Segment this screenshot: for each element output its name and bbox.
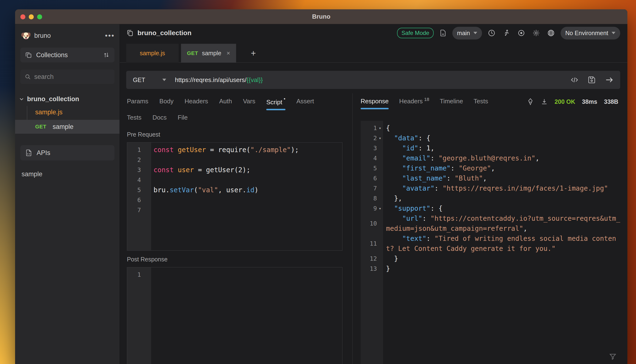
sidebar-item-collection-root[interactable]: bruno_collection [19,94,79,104]
url-bar: GET https://reqres.in/api/users/{{val}} [126,71,620,89]
clock-icon[interactable] [488,29,495,37]
sample-label: sample [22,170,42,178]
tab-tests-response[interactable]: Tests [474,98,488,106]
request-tabs-row1: Params Body Headers Auth Vars Script• As… [127,98,314,108]
zoom-window-button[interactable] [37,14,42,19]
code-line: 7 "avatar": "https://reqres.in/img/faces… [361,184,623,194]
globe-icon[interactable] [547,29,555,37]
tab-method-badge: GET [187,50,198,56]
method-badge: GET [35,124,47,130]
unsaved-dot: • [284,96,285,102]
chevron-down-icon[interactable] [162,79,166,81]
tab-response-headers[interactable]: Headers18 [399,98,429,106]
sidebar-item-sample[interactable]: sample [22,170,42,178]
new-tab-button[interactable]: + [246,44,261,63]
request-pane: Params Body Headers Auth Vars Script• As… [120,93,353,364]
tab-docs[interactable]: Docs [152,114,167,123]
status-badge: 200 OK [555,98,575,105]
tab-params[interactable]: Params [127,98,148,106]
workspace-name[interactable]: bruno [34,32,51,40]
response-size: 338B [604,98,618,105]
response-body-editor[interactable]: 1▾{2▾ "data": {3 "id": 1,4 "email": "geo… [361,121,623,364]
url-variable: {{val}} [247,76,263,84]
code-line: 9▾ "support": { [361,204,623,214]
code-line: 10 "url": "https://contentcaddy.io?utm_s… [361,214,623,234]
apis-label: APIs [37,149,50,157]
tab-script-label: Script [266,98,282,106]
url-input[interactable]: https://reqres.in/api/users/{{val}} [175,76,263,84]
tab-headers[interactable]: Headers [185,98,208,106]
sidebar-item-request-sample[interactable]: GET sample [15,120,119,134]
file-item-label: sample.js [35,108,63,116]
code-line: 12 } [361,254,623,264]
tab-assert[interactable]: Assert [296,98,314,106]
tab-response[interactable]: Response [361,98,389,106]
code-line: 5bru.setVar("val", user.id) [127,185,342,195]
clear-response-icon[interactable] [527,98,534,105]
environment-label: No Environment [565,30,608,36]
url-base: https://reqres.in/api/users/ [175,76,246,84]
chevron-down-icon [611,32,615,34]
close-tab-icon[interactable]: × [227,50,230,57]
search-input[interactable] [34,73,106,80]
runner-icon[interactable] [503,29,510,37]
safe-mode-badge[interactable]: Safe Mode [397,28,434,38]
close-window-button[interactable] [20,14,25,19]
code-icon[interactable] [570,76,578,84]
environment-select[interactable]: No Environment [561,27,620,40]
main-area: bruno_collection Safe Mode main [120,24,627,364]
collection-header: bruno_collection Safe Mode main [120,24,627,42]
eye-icon[interactable] [517,29,525,37]
method-select[interactable]: GET [133,76,145,84]
git-branch-select[interactable]: main [452,27,482,40]
code-line: 8 }, [361,194,623,204]
file-code-icon [25,149,32,156]
tab-strip: sample.js GET sample × + [120,42,627,63]
pre-request-editor[interactable]: 1const getUser = require("./sample");2 3… [127,142,342,251]
sort-icon[interactable] [103,52,110,58]
tab-timeline[interactable]: Timeline [440,98,463,106]
pre-request-label: Pre Request [127,131,160,138]
code-line: 4 [127,175,342,185]
collections-button[interactable]: Collections [20,48,114,62]
send-request-icon[interactable] [605,76,613,84]
tab-file-label: sample.js [140,50,165,57]
tab-script[interactable]: Script• [266,98,285,108]
post-response-editor[interactable]: 1 [127,267,342,364]
sidebar-item-samplejs[interactable]: sample.js [35,107,63,118]
apis-button[interactable]: APIs [20,145,114,160]
request-item-label: sample [53,123,74,130]
tab-vars[interactable]: Vars [243,98,256,106]
save-icon[interactable] [588,76,596,84]
header-toolbar: Safe Mode main [397,27,620,40]
tab-samplejs[interactable]: sample.js [126,44,179,63]
tab-headers-label: Headers [399,98,423,105]
code-line: 2▾ "data": { [361,133,623,143]
tab-tests[interactable]: Tests [127,114,141,123]
tab-file[interactable]: File [178,114,188,123]
search-icon [25,74,31,80]
collection-title: bruno_collection [126,29,191,37]
tab-request-sample[interactable]: GET sample × [181,44,236,63]
code-line: 3const user = getUser(2); [127,165,342,175]
response-meta: 200 OK 38ms 338B [527,98,618,105]
request-tabs-row2: Tests Docs File [127,114,188,123]
code-line: 13} [361,264,623,274]
search-box [20,70,114,84]
code-line: 3 "id": 1, [361,143,623,153]
download-response-icon[interactable] [541,98,548,105]
tab-auth[interactable]: Auth [219,98,232,106]
code-line: 2 [127,155,342,165]
tab-request-label: sample [202,50,221,57]
collection-name: bruno_collection [27,96,79,103]
more-options-icon[interactable]: ••• [105,32,115,40]
gear-icon[interactable] [532,29,540,37]
filter-icon[interactable] [609,352,617,361]
code-line: 11 "text": "Tired of writing endless soc… [361,234,623,254]
job-file-icon[interactable] [440,30,447,36]
url-actions [570,76,613,84]
minimize-window-button[interactable] [29,14,34,19]
tab-body[interactable]: Body [159,98,174,106]
traffic-lights [20,9,42,24]
sidebar: 🐶 bruno ••• Collections bruno_collection [15,24,120,364]
